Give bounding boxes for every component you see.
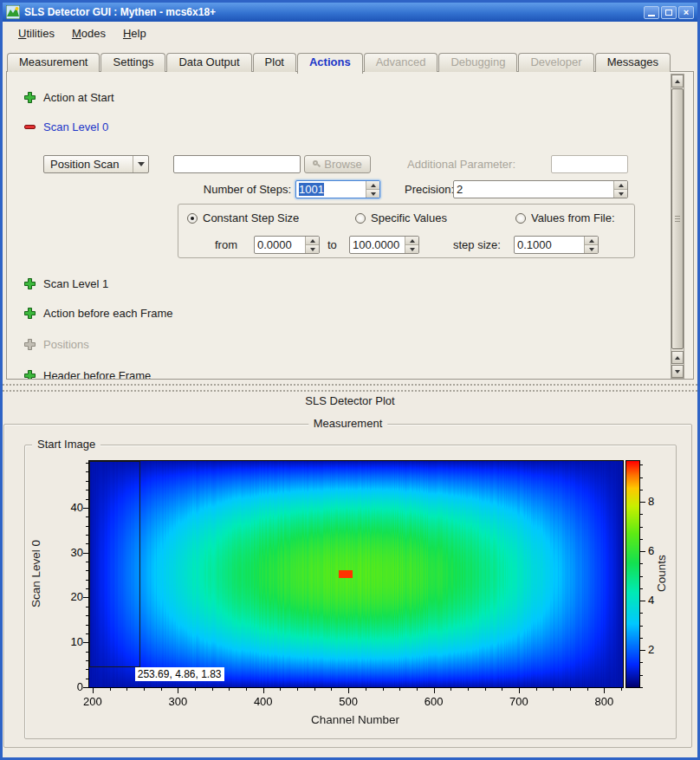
arrow-up-icon	[675, 80, 680, 83]
header-before-frame-label: Header before Frame	[43, 369, 151, 380]
additional-parameter-input	[551, 155, 628, 173]
precision-spinbox[interactable]: 2	[453, 180, 628, 198]
close-icon: ×	[684, 8, 689, 17]
scan-script-input[interactable]	[173, 155, 301, 173]
arrow-up-icon	[371, 184, 376, 187]
scan-mode-combobox[interactable]: Position Scan	[43, 155, 149, 173]
number-of-steps-spinbox[interactable]: 1001	[295, 180, 380, 198]
constant-step-size-radio[interactable]: Constant Step Size	[187, 211, 299, 224]
axis-tick	[639, 563, 643, 564]
tabbar: Measurement Settings Data Output Plot Ac…	[7, 53, 671, 72]
from-value[interactable]: 0.0000	[255, 237, 305, 253]
header-before-frame-row[interactable]: Header before Frame	[24, 369, 151, 380]
scroll-up-button-bottom[interactable]	[671, 351, 684, 364]
tab-messages[interactable]: Messages	[595, 53, 671, 72]
spin-down-button[interactable]	[585, 244, 598, 253]
action-before-each-frame-row[interactable]: Action before each Frame	[24, 307, 173, 320]
action-at-start-row[interactable]: Action at Start	[24, 91, 114, 104]
axis-tick	[212, 687, 213, 691]
from-spinbox[interactable]: 0.0000	[254, 236, 320, 254]
spin-down-button[interactable]	[366, 189, 379, 198]
spin-up-button[interactable]	[306, 237, 319, 244]
radio-selected-icon[interactable]	[187, 213, 198, 224]
splitter-handle[interactable]	[3, 384, 697, 386]
spin-down-button[interactable]	[614, 189, 627, 198]
maximize-button[interactable]	[661, 6, 677, 19]
axis-tick	[297, 687, 298, 691]
browse-label: Browse	[324, 158, 361, 171]
step-definition-groupbox: Constant Step Size Specific Values Value…	[178, 204, 635, 258]
colorbar-title: Counts	[654, 460, 669, 686]
close-button[interactable]: ×	[678, 6, 694, 19]
axis-tick	[144, 687, 145, 691]
expand-plus-icon[interactable]	[24, 278, 36, 289]
tab-actions[interactable]: Actions	[297, 53, 363, 74]
expand-plus-icon[interactable]	[24, 92, 36, 103]
specific-values-radio[interactable]: Specific Values	[355, 211, 447, 224]
positions-row: Positions	[24, 338, 89, 351]
collapse-minus-icon[interactable]	[24, 121, 36, 133]
scroll-down-button[interactable]	[671, 365, 684, 378]
arrow-up-icon	[619, 184, 624, 187]
scan-level-1-row[interactable]: Scan Level 1	[24, 277, 108, 290]
radio-unselected-icon[interactable]	[355, 213, 366, 224]
menu-modes[interactable]: Modes	[63, 24, 114, 42]
axis-tick	[639, 650, 645, 651]
radio-unselected-icon[interactable]	[515, 213, 526, 224]
combobox-dropdown-button[interactable]	[133, 156, 148, 172]
axis-tick-label: 40	[57, 501, 83, 514]
scan-level-0-row[interactable]: Scan Level 0	[24, 120, 108, 133]
axis-tick	[639, 588, 643, 589]
tab-settings[interactable]: Settings	[100, 53, 165, 72]
step-size-spinbox[interactable]: 0.1000	[514, 236, 599, 254]
axis-tick	[331, 687, 332, 691]
axis-tick	[280, 687, 281, 691]
spin-up-button[interactable]	[614, 181, 627, 189]
minimize-button[interactable]	[644, 6, 659, 19]
number-of-steps-value[interactable]: 1001	[299, 183, 324, 196]
step-size-value[interactable]: 0.1000	[515, 237, 584, 253]
arrow-up-icon	[410, 239, 415, 243]
plot-area[interactable]: 253.69, 4.86, 1.83 200300400500600700800…	[88, 460, 624, 688]
axis-tick	[621, 687, 622, 691]
axis-tick-label: 300	[160, 695, 195, 708]
values-from-file-radio[interactable]: Values from File:	[515, 211, 615, 224]
action-at-start-label: Action at Start	[43, 91, 114, 104]
heatmap-canvas[interactable]	[89, 461, 623, 687]
spin-down-button[interactable]	[405, 244, 418, 253]
tab-data-output[interactable]: Data Output	[166, 53, 251, 72]
spin-down-button[interactable]	[306, 244, 319, 253]
spin-up-button[interactable]	[366, 181, 379, 189]
number-of-steps-label: Number of Steps:	[187, 183, 291, 196]
additional-parameter-label: Additional Parameter:	[407, 158, 515, 171]
vertical-scrollbar[interactable]	[671, 74, 684, 379]
precision-value[interactable]: 2	[454, 181, 613, 198]
spin-up-button[interactable]	[405, 237, 418, 244]
scrollbar-handle[interactable]	[671, 88, 684, 349]
menu-help[interactable]: Help	[114, 24, 155, 42]
axis-tick	[553, 687, 554, 691]
spin-up-button[interactable]	[585, 237, 598, 244]
axis-tick	[536, 687, 537, 691]
menu-utilities[interactable]: Utilities	[10, 24, 63, 42]
x-axis-title: Channel Number	[88, 713, 622, 726]
tab-measurement[interactable]: Measurement	[7, 53, 100, 72]
plot-dock-title: SLS Detector Plot	[3, 394, 697, 407]
axis-tick	[83, 553, 89, 554]
scroll-up-button[interactable]	[671, 75, 684, 88]
axis-tick	[366, 687, 366, 691]
axis-tick	[639, 490, 643, 490]
expand-plus-icon[interactable]	[24, 308, 36, 319]
browse-icon	[313, 160, 321, 168]
to-value[interactable]: 100.0000	[350, 237, 405, 253]
scan-level-0-label: Scan Level 0	[43, 120, 108, 133]
to-spinbox[interactable]: 100.0000	[349, 236, 419, 254]
spin-buttons	[405, 237, 418, 253]
expand-plus-icon[interactable]	[24, 370, 36, 380]
tab-plot[interactable]: Plot	[253, 53, 296, 72]
splitter-handle[interactable]	[3, 390, 697, 392]
tab-advanced: Advanced	[364, 53, 438, 72]
axis-tick	[450, 687, 451, 691]
axis-tick	[126, 687, 127, 691]
constant-step-size-label: Constant Step Size	[203, 211, 299, 224]
